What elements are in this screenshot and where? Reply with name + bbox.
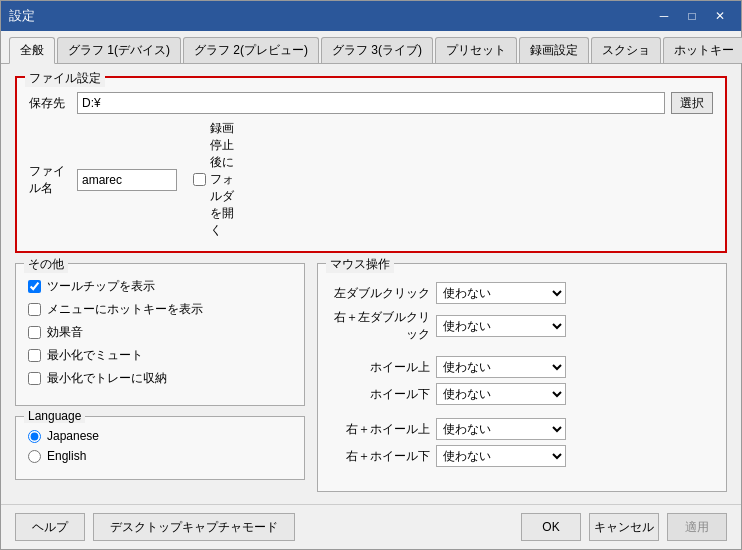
tab-graph3[interactable]: グラフ 3(ライブ): [321, 37, 433, 63]
mouse-label-5: 右＋ホイール下: [330, 448, 430, 465]
save-path-label: 保存先: [29, 95, 71, 112]
mouse-row-5: 右＋ホイール下 使わない: [330, 445, 714, 467]
settings-window: 設定 ─ □ ✕ 全般 グラフ 1(デバイス) グラフ 2(プレビュー) グラフ…: [0, 0, 742, 550]
apply-button[interactable]: 適用: [667, 513, 727, 541]
checkbox-tooltip[interactable]: ツールチップを表示: [28, 278, 292, 295]
checkbox-sound[interactable]: 効果音: [28, 324, 292, 341]
tray-minimize-checkbox[interactable]: [28, 372, 41, 385]
mute-minimize-checkbox[interactable]: [28, 349, 41, 362]
filename-input[interactable]: [77, 169, 177, 191]
tab-graph1[interactable]: グラフ 1(デバイス): [57, 37, 181, 63]
desktop-capture-button[interactable]: デスクトップキャプチャモード: [93, 513, 295, 541]
title-bar-buttons: ─ □ ✕: [651, 6, 733, 26]
open-folder-label[interactable]: 録画停止後にフォルダを開く: [193, 120, 235, 239]
mouse-group: マウス操作 左ダブルクリック 使わない 右＋左ダブルクリック 使わない: [317, 263, 727, 492]
mouse-label-0: 左ダブルクリック: [330, 285, 430, 302]
mouse-label-1: 右＋左ダブルクリック: [330, 309, 430, 343]
tab-general[interactable]: 全般: [9, 37, 55, 64]
mouse-row-0: 左ダブルクリック 使わない: [330, 282, 714, 304]
mouse-title: マウス操作: [326, 256, 394, 273]
tab-bar: 全般 グラフ 1(デバイス) グラフ 2(プレビュー) グラフ 3(ライブ) プ…: [1, 31, 741, 64]
window-title: 設定: [9, 7, 35, 25]
lower-section: その他 ツールチップを表示 メニューにホットキーを表示 効果音: [15, 263, 727, 492]
filename-row: ファイル名 録画停止後にフォルダを開く: [29, 120, 713, 239]
mouse-label-3: ホイール下: [330, 386, 430, 403]
save-path-input[interactable]: [77, 92, 665, 114]
tab-preset[interactable]: プリセット: [435, 37, 517, 63]
mouse-label-4: 右＋ホイール上: [330, 421, 430, 438]
mouse-select-5[interactable]: 使わない: [436, 445, 566, 467]
save-path-row: 保存先 選択: [29, 92, 713, 114]
checkbox-hotkey-menu[interactable]: メニューにホットキーを表示: [28, 301, 292, 318]
japanese-radio[interactable]: [28, 430, 41, 443]
mouse-row-2: ホイール上 使わない: [330, 356, 714, 378]
mouse-select-1[interactable]: 使わない: [436, 315, 566, 337]
radio-japanese[interactable]: Japanese: [28, 429, 292, 443]
checkbox-tray-minimize[interactable]: 最小化でトレーに収納: [28, 370, 292, 387]
ok-button[interactable]: OK: [521, 513, 581, 541]
select-button[interactable]: 選択: [671, 92, 713, 114]
help-button[interactable]: ヘルプ: [15, 513, 85, 541]
tooltip-checkbox[interactable]: [28, 280, 41, 293]
sonota-group: その他 ツールチップを表示 メニューにホットキーを表示 効果音: [15, 263, 305, 406]
file-settings-title: ファイル設定: [25, 70, 105, 87]
mouse-row-3: ホイール下 使わない: [330, 383, 714, 405]
right-panel: マウス操作 左ダブルクリック 使わない 右＋左ダブルクリック 使わない: [317, 263, 727, 492]
radio-english[interactable]: English: [28, 449, 292, 463]
hotkey-menu-checkbox[interactable]: [28, 303, 41, 316]
footer: ヘルプ デスクトップキャプチャモード OK キャンセル 適用: [1, 504, 741, 549]
mouse-select-3[interactable]: 使わない: [436, 383, 566, 405]
mouse-select-4[interactable]: 使わない: [436, 418, 566, 440]
cancel-button[interactable]: キャンセル: [589, 513, 659, 541]
tab-graph2[interactable]: グラフ 2(プレビュー): [183, 37, 319, 63]
maximize-button[interactable]: □: [679, 6, 705, 26]
tab-recording[interactable]: 録画設定: [519, 37, 589, 63]
open-folder-checkbox[interactable]: [193, 173, 206, 186]
mouse-select-0[interactable]: 使わない: [436, 282, 566, 304]
sonota-title: その他: [24, 256, 68, 273]
checkbox-mute-minimize[interactable]: 最小化でミュート: [28, 347, 292, 364]
close-button[interactable]: ✕: [707, 6, 733, 26]
sound-checkbox[interactable]: [28, 326, 41, 339]
filename-label: ファイル名: [29, 163, 71, 197]
mouse-label-2: ホイール上: [330, 359, 430, 376]
language-group: Language Japanese English: [15, 416, 305, 480]
mouse-select-2[interactable]: 使わない: [436, 356, 566, 378]
mouse-row-4: 右＋ホイール上 使わない: [330, 418, 714, 440]
tab-hotkey[interactable]: ホットキー: [663, 37, 742, 63]
file-settings-group: ファイル設定 保存先 選択 ファイル名 録画停止後にフォルダを開く: [15, 76, 727, 253]
content-area: ファイル設定 保存先 選択 ファイル名 録画停止後にフォルダを開く: [1, 64, 741, 504]
left-panel: その他 ツールチップを表示 メニューにホットキーを表示 効果音: [15, 263, 305, 492]
tab-screenshot[interactable]: スクショ: [591, 37, 661, 63]
mouse-row-1: 右＋左ダブルクリック 使わない: [330, 309, 714, 343]
language-title: Language: [24, 409, 85, 423]
title-bar: 設定 ─ □ ✕: [1, 1, 741, 31]
minimize-button[interactable]: ─: [651, 6, 677, 26]
english-radio[interactable]: [28, 450, 41, 463]
